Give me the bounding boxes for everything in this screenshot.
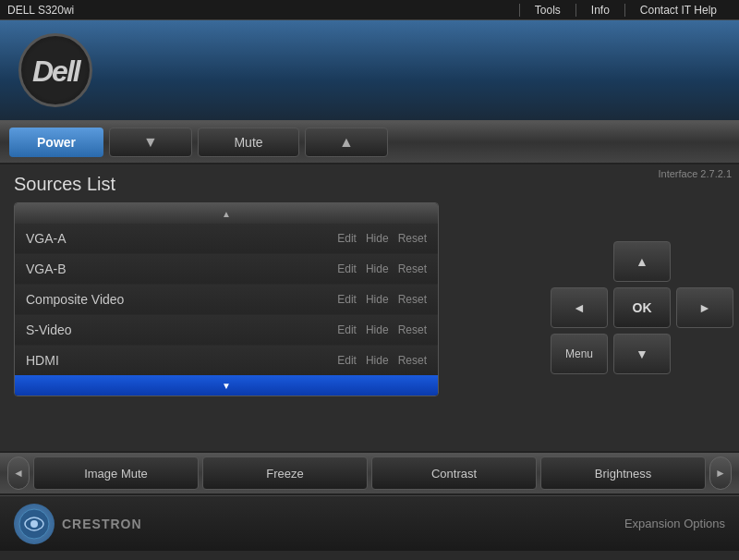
source-actions: Edit Hide Reset (337, 354, 427, 367)
edit-svideo[interactable]: Edit (337, 323, 357, 336)
scroll-up-button[interactable]: ▲ (15, 203, 438, 224)
nav-down-button[interactable]: ▼ (613, 334, 671, 374)
nav-row-top: ▲ (551, 241, 733, 282)
crestron-logo: CRESTRON (14, 504, 142, 544)
source-name: S-Video (26, 323, 337, 337)
source-name: HDMI (26, 353, 337, 368)
left-icon: ◄ (573, 300, 586, 315)
control-bar: Power ▼ Mute ▲ (0, 122, 739, 164)
svg-point-2 (30, 520, 38, 528)
image-mute-button[interactable]: Image Mute (33, 457, 199, 490)
header: Dell (0, 20, 739, 122)
volume-up-icon: ▲ (339, 134, 354, 151)
sources-title: Sources List (14, 174, 531, 195)
volume-down-button[interactable]: ▼ (109, 128, 192, 157)
nav-controls: ▲ ◄ OK ► Menu ▼ (545, 164, 739, 451)
nav-ok-button[interactable]: OK (613, 287, 671, 328)
title-bar: DELL S320wi Tools Info Contact IT Help (0, 0, 739, 20)
source-item-vga-b[interactable]: VGA-B Edit Hide Reset (15, 254, 438, 285)
nav-row-bottom: Menu ▼ (551, 334, 733, 374)
scroll-left-button[interactable]: ◄ (7, 457, 30, 490)
hide-composite[interactable]: Hide (366, 293, 389, 306)
reset-composite[interactable]: Reset (398, 293, 427, 306)
nav-left-button[interactable]: ◄ (551, 287, 608, 328)
scroll-up-icon: ▲ (222, 209, 231, 219)
source-actions: Edit Hide Reset (337, 262, 427, 275)
source-item-composite[interactable]: Composite Video Edit Hide Reset (15, 285, 438, 315)
reset-svideo[interactable]: Reset (398, 323, 427, 336)
edit-hdmi[interactable]: Edit (337, 354, 357, 367)
hide-svideo[interactable]: Hide (366, 323, 389, 336)
sources-panel: Sources List ▲ VGA-A Edit Hide Reset VGA… (0, 164, 545, 451)
up-icon: ▲ (636, 254, 648, 269)
footer: CRESTRON Expansion Options (0, 495, 739, 551)
power-button[interactable]: Power (9, 128, 103, 157)
source-name: VGA-A (26, 231, 337, 246)
info-nav[interactable]: Info (575, 4, 624, 17)
source-actions: Edit Hide Reset (337, 323, 427, 336)
volume-up-button[interactable]: ▲ (305, 128, 388, 157)
source-name: VGA-B (26, 262, 337, 276)
scroll-down-icon: ▼ (222, 381, 231, 391)
sources-list-container: ▲ VGA-A Edit Hide Reset VGA-B Edit Hide … (14, 202, 439, 396)
contrast-button[interactable]: Contrast (371, 457, 537, 490)
bottom-controls-bar: ◄ Image Mute Freeze Contrast Brightness … (0, 451, 739, 495)
ok-label: OK (633, 300, 652, 315)
down-icon: ▼ (636, 347, 648, 361)
mute-button[interactable]: Mute (198, 128, 299, 157)
right-icon: ► (698, 300, 711, 315)
tools-nav[interactable]: Tools (519, 4, 575, 17)
hide-vga-b[interactable]: Hide (366, 262, 389, 275)
title-nav: Tools Info Contact IT Help (519, 4, 732, 17)
window-title: DELL S320wi (7, 4, 519, 17)
left-arrow-icon: ◄ (13, 467, 24, 480)
reset-vga-a[interactable]: Reset (398, 232, 427, 245)
source-item-svideo[interactable]: S-Video Edit Hide Reset (15, 315, 438, 346)
volume-down-icon: ▼ (143, 134, 158, 151)
source-actions: Edit Hide Reset (337, 232, 427, 245)
edit-composite[interactable]: Edit (337, 293, 357, 306)
reset-hdmi[interactable]: Reset (398, 354, 427, 367)
svg-text:Dell: Dell (32, 55, 82, 88)
source-name: Composite Video (26, 292, 337, 307)
nav-right-button[interactable]: ► (676, 287, 733, 328)
crestron-text: CRESTRON (62, 517, 142, 531)
contact-nav[interactable]: Contact IT Help (624, 4, 732, 17)
edit-vga-b[interactable]: Edit (337, 262, 357, 275)
hide-hdmi[interactable]: Hide (366, 354, 389, 367)
hide-vga-a[interactable]: Hide (366, 232, 389, 245)
scroll-right-button[interactable]: ► (709, 457, 732, 490)
source-actions: Edit Hide Reset (337, 293, 427, 306)
reset-vga-b[interactable]: Reset (398, 262, 427, 275)
interface-version: Interface 2.7.2.1 (659, 168, 733, 179)
brightness-button[interactable]: Brightness (540, 457, 706, 490)
mute-label: Mute (234, 135, 262, 150)
source-item-vga-a[interactable]: VGA-A Edit Hide Reset (15, 224, 438, 254)
nav-up-button[interactable]: ▲ (613, 241, 671, 282)
nav-row-middle: ◄ OK ► (551, 287, 733, 328)
dell-logo: Dell (18, 33, 92, 107)
source-item-hdmi[interactable]: HDMI Edit Hide Reset (15, 346, 438, 375)
menu-label: Menu (565, 347, 593, 360)
expansion-options-link[interactable]: Expansion Options (624, 517, 725, 530)
scroll-down-button[interactable]: ▼ (15, 375, 438, 396)
main-content: Interface 2.7.2.1 Sources List ▲ VGA-A E… (0, 164, 739, 451)
menu-button[interactable]: Menu (551, 334, 608, 374)
freeze-button[interactable]: Freeze (202, 457, 368, 490)
edit-vga-a[interactable]: Edit (337, 232, 357, 245)
right-arrow-icon: ► (715, 467, 726, 480)
crestron-icon (14, 504, 55, 544)
